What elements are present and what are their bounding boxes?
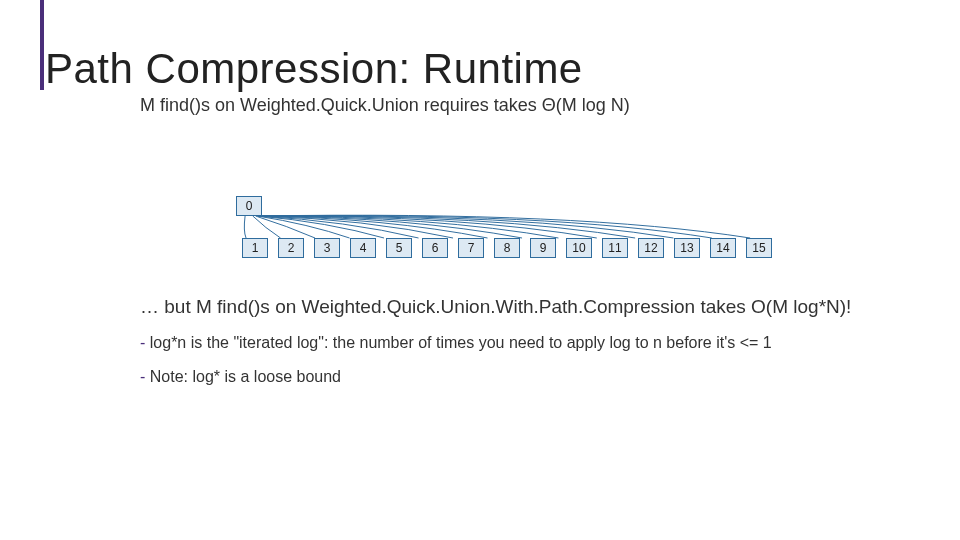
tree-node: 5	[386, 238, 412, 258]
tree-diagram: 0 1 2 3 4 5 6 7 8 9 10 11 12 13 14 15	[40, 196, 960, 286]
tree-node: 6	[422, 238, 448, 258]
tree-node: 12	[638, 238, 664, 258]
tree-node: 3	[314, 238, 340, 258]
tree-node: 14	[710, 238, 736, 258]
bullet-text: Note: log* is a loose bound	[145, 368, 341, 385]
tree-node: 2	[278, 238, 304, 258]
title-block: Path Compression: Runtime M find()s on W…	[40, 0, 960, 116]
slide-title: Path Compression: Runtime	[45, 45, 960, 93]
bullet-1: - log*n is the "iterated log": the numbe…	[140, 334, 960, 352]
after-tree-text: … but M find()s on Weighted.Quick.Union.…	[140, 296, 960, 318]
bullet-2: - Note: log* is a loose bound	[140, 368, 960, 386]
slide: Path Compression: Runtime M find()s on W…	[0, 0, 960, 540]
tree-node: 7	[458, 238, 484, 258]
tree-root: 0	[236, 196, 262, 216]
tree-node: 1	[242, 238, 268, 258]
tree-node: 4	[350, 238, 376, 258]
tree-node: 13	[674, 238, 700, 258]
tree-node: 15	[746, 238, 772, 258]
tree-children: 1 2 3 4 5 6 7 8 9 10 11 12 13 14 15	[242, 238, 772, 258]
tree-node: 11	[602, 238, 628, 258]
tree-node: 8	[494, 238, 520, 258]
title-accent-bar	[40, 0, 44, 90]
bullet-text: log*n is the "iterated log": the number …	[145, 334, 771, 351]
tree-node: 10	[566, 238, 592, 258]
slide-subtitle: M find()s on Weighted.Quick.Union requir…	[140, 95, 960, 116]
tree-node: 9	[530, 238, 556, 258]
